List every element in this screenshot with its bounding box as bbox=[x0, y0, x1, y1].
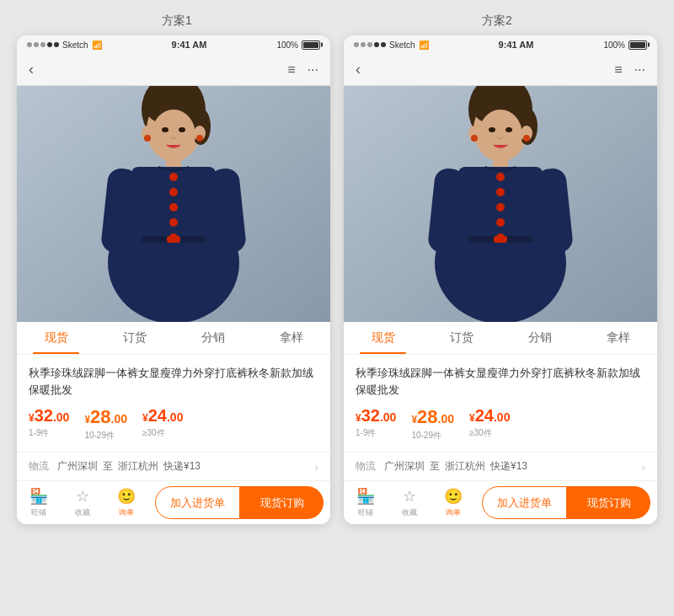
bottom-favorite-1[interactable]: ☆ 收藏 bbox=[61, 484, 104, 522]
svg-point-41 bbox=[496, 188, 505, 196]
svg-point-47 bbox=[506, 127, 512, 132]
svg-point-23 bbox=[179, 127, 185, 132]
add-to-cart-button-1[interactable]: 加入进货单 bbox=[155, 486, 240, 519]
price-item-2-1: ¥32.00 1-9件 bbox=[356, 406, 396, 442]
nav-bar-1: ‹ ≡ ··· bbox=[17, 54, 330, 86]
tab-distribution-2[interactable]: 分销 bbox=[500, 322, 579, 354]
product-image-1 bbox=[17, 86, 330, 322]
dot4-2 bbox=[374, 42, 379, 47]
svg-point-18 bbox=[169, 203, 178, 212]
svg-point-43 bbox=[496, 218, 505, 227]
tab-spot-goods-2[interactable]: 现货 bbox=[344, 322, 422, 354]
model-svg-1 bbox=[17, 86, 330, 322]
dot4 bbox=[47, 42, 52, 47]
price-item-2-3: ¥24.00 ≥30件 bbox=[469, 406, 510, 442]
battery-pct-2: 100% bbox=[603, 40, 625, 50]
bottom-shop-1[interactable]: 🏪 旺铺 bbox=[17, 484, 61, 522]
product-info-2: 秋季珍珠绒踩脚一体裤女显瘦弹力外穿打底裤秋冬新款加绒保暖批发 ¥32.00 1-… bbox=[344, 355, 657, 452]
price-main-2-2: ¥28.00 bbox=[411, 406, 454, 428]
phone-2: Sketch 📶 9:41 AM 100% ‹ ≡ ··· bbox=[344, 35, 657, 524]
bottom-icons-2: 🏪 旺铺 ☆ 收藏 🙂 询单 bbox=[344, 484, 475, 522]
battery-fill-1 bbox=[303, 42, 318, 48]
svg-point-22 bbox=[162, 127, 168, 132]
back-button-1[interactable]: ‹ bbox=[29, 61, 34, 78]
svg-point-5 bbox=[152, 110, 195, 160]
int-3: 24 bbox=[148, 406, 167, 425]
favorite-label-2: 收藏 bbox=[402, 507, 417, 518]
bottom-shop-2[interactable]: 🏪 旺铺 bbox=[344, 484, 388, 522]
svg-point-46 bbox=[489, 127, 495, 132]
dec-3: .00 bbox=[167, 410, 183, 424]
shipping-to-1: 浙江杭州 bbox=[118, 459, 158, 474]
shop-icon-1: 🏪 bbox=[29, 487, 48, 506]
status-time-2: 9:41 AM bbox=[499, 40, 534, 50]
tab-sample-2[interactable]: 拿样 bbox=[579, 322, 657, 354]
svg-point-33 bbox=[471, 135, 478, 142]
bottom-chat-2[interactable]: 🙂 询单 bbox=[431, 484, 475, 522]
shipping-1[interactable]: 物流 广州深圳 至 浙江杭州 快递¥13 › bbox=[17, 452, 330, 480]
int-1: 32 bbox=[35, 406, 53, 425]
tab-order-2[interactable]: 订货 bbox=[422, 322, 500, 354]
status-bar-2: Sketch 📶 9:41 AM 100% bbox=[344, 35, 657, 54]
svg-point-42 bbox=[496, 203, 505, 212]
btn-group-2: 加入进货单 现货订购 bbox=[475, 481, 657, 524]
prices-1: ¥32.00 1-9件 ¥28.00 10-29件 ¥24.00 bbox=[29, 406, 318, 442]
price-range-2-2: 10-29件 bbox=[411, 430, 454, 442]
tabs-2: 现货 订货 分销 拿样 bbox=[344, 322, 657, 355]
dot2 bbox=[34, 42, 39, 47]
price-main-1-1: ¥32.00 bbox=[29, 406, 69, 426]
tab-distribution-1[interactable]: 分销 bbox=[174, 322, 252, 354]
svg-point-40 bbox=[496, 173, 505, 181]
add-to-cart-button-2[interactable]: 加入进货单 bbox=[482, 486, 567, 519]
back-button-2[interactable]: ‹ bbox=[356, 61, 361, 78]
bottom-favorite-2[interactable]: ☆ 收藏 bbox=[388, 484, 431, 522]
price-main-1-2: ¥28.00 bbox=[84, 406, 127, 428]
doc-icon-2[interactable]: ≡ bbox=[614, 62, 622, 78]
shipping-label-2: 物流 bbox=[356, 459, 379, 474]
more-icon-2[interactable]: ··· bbox=[634, 62, 645, 78]
chat-label-1: 询单 bbox=[119, 507, 134, 518]
shipping-express-1: 快递¥13 bbox=[163, 459, 201, 474]
battery-icon-1 bbox=[302, 40, 320, 50]
svg-point-10 bbox=[196, 135, 203, 142]
buy-now-button-1[interactable]: 现货订购 bbox=[240, 486, 324, 519]
shipping-label-1: 物流 bbox=[29, 459, 52, 474]
scheme-labels: 方案1 方案2 bbox=[17, 13, 657, 29]
dec-2: .00 bbox=[111, 412, 127, 426]
nav-bar-2: ‹ ≡ ··· bbox=[344, 54, 657, 86]
price-main-2-3: ¥24.00 bbox=[469, 406, 510, 426]
svg-point-29 bbox=[479, 110, 522, 160]
price-range-2-3: ≥30件 bbox=[469, 427, 510, 439]
price-item-1-2: ¥28.00 10-29件 bbox=[84, 406, 127, 442]
int-2: 28 bbox=[90, 406, 110, 427]
price-range-1-3: ≥30件 bbox=[142, 427, 183, 439]
chat-icon-2: 🙂 bbox=[444, 487, 463, 506]
dot2-2 bbox=[361, 42, 366, 47]
tab-sample-1[interactable]: 拿样 bbox=[252, 322, 330, 354]
buy-now-button-2[interactable]: 现货订购 bbox=[567, 486, 650, 519]
model-svg-2 bbox=[344, 86, 657, 322]
more-icon-1[interactable]: ··· bbox=[308, 62, 318, 78]
status-bar-1: Sketch 📶 9:41 AM 100% bbox=[17, 35, 330, 54]
favorite-icon-2: ☆ bbox=[403, 487, 416, 506]
bottom-icons-1: 🏪 旺铺 ☆ 收藏 🙂 询单 bbox=[17, 484, 148, 522]
page-wrapper: 方案1 方案2 Sketch 📶 9:41 AM bbox=[17, 13, 657, 524]
tab-spot-goods-1[interactable]: 现货 bbox=[17, 322, 95, 354]
shop-icon-2: 🏪 bbox=[356, 487, 375, 506]
shipping-express-2: 快递¥13 bbox=[490, 459, 527, 474]
price-main-2-1: ¥32.00 bbox=[356, 406, 396, 426]
scheme2-label: 方案2 bbox=[345, 13, 649, 29]
nav-actions-1: ≡ ··· bbox=[287, 62, 318, 78]
bottom-chat-1[interactable]: 🙂 询单 bbox=[104, 484, 148, 522]
status-right-1: 100% bbox=[276, 40, 320, 50]
prices-2: ¥32.00 1-9件 ¥28.00 10-29件 ¥24.00 bbox=[356, 406, 645, 442]
product-title-1: 秋季珍珠绒踩脚一体裤女显瘦弹力外穿打底裤秋冬新款加绒保暖批发 bbox=[29, 365, 318, 398]
phones-row: Sketch 📶 9:41 AM 100% ‹ ≡ ··· bbox=[17, 35, 657, 524]
shipping-2[interactable]: 物流 广州深圳 至 浙江杭州 快递¥13 › bbox=[344, 452, 657, 480]
status-right-2: 100% bbox=[603, 40, 647, 50]
yuan-1: ¥ bbox=[29, 412, 35, 424]
doc-icon-1[interactable]: ≡ bbox=[287, 62, 295, 78]
tab-order-1[interactable]: 订货 bbox=[95, 322, 174, 354]
btn-group-1: 加入进货单 现货订购 bbox=[148, 481, 330, 524]
status-left-2: Sketch 📶 bbox=[354, 40, 429, 50]
